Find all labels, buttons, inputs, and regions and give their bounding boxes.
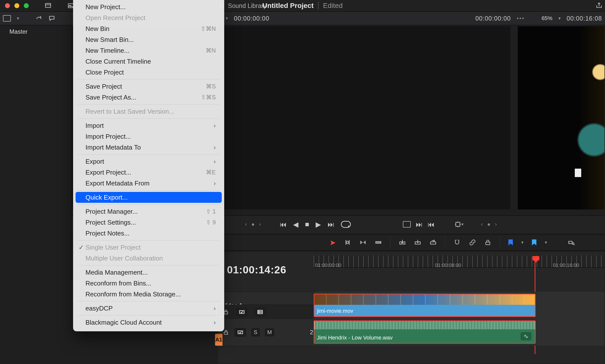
audio-track-header[interactable]: S M 2.0 bbox=[218, 318, 323, 346]
menu-item[interactable]: Media Management... bbox=[76, 267, 222, 278]
menu-item-label: Export bbox=[85, 158, 104, 165]
viewer-mode-dots[interactable]: ‹ ● › bbox=[245, 221, 262, 228]
menu-shortcut: ⇧ 9 bbox=[206, 219, 216, 226]
bin-master-label[interactable]: Master bbox=[9, 28, 28, 35]
chevron-down-icon[interactable]: ▾ bbox=[545, 240, 547, 245]
selection-tool-icon[interactable]: ➤ bbox=[330, 238, 336, 247]
menu-item[interactable]: Blackmagic Cloud Account› bbox=[76, 317, 222, 328]
svg-rect-12 bbox=[431, 242, 436, 244]
svg-rect-7 bbox=[347, 241, 349, 243]
menu-item-label: Blackmagic Cloud Account bbox=[85, 319, 162, 326]
project-title[interactable]: Untitled Project bbox=[262, 2, 314, 10]
menu-item[interactable]: Project Settings...⇧ 9 bbox=[76, 217, 222, 228]
menu-item-label: Import Metadata To bbox=[85, 144, 141, 151]
sound-library-tab[interactable]: Sound Library bbox=[218, 0, 267, 11]
clip-thumbnails bbox=[314, 294, 535, 305]
snapping-icon[interactable] bbox=[454, 239, 461, 246]
flag-icon[interactable] bbox=[508, 239, 513, 245]
menu-item[interactable]: easyDCP› bbox=[76, 303, 222, 314]
separator bbox=[390, 237, 390, 247]
timeline-ruler[interactable]: 01:00:00:00 01:00:08:00 01:00:16:00 bbox=[314, 256, 605, 268]
chevron-down-icon[interactable]: ▾ bbox=[17, 16, 19, 21]
dynamic-trim-icon[interactable] bbox=[359, 239, 366, 246]
menu-item[interactable]: New Bin⇧⌘N bbox=[76, 23, 222, 34]
chevron-down-icon[interactable]: ▾ bbox=[461, 222, 464, 227]
video-clip[interactable]: jimi-movie.mov bbox=[314, 294, 536, 317]
chevron-right-icon: › bbox=[214, 158, 216, 165]
insert-clip-icon[interactable] bbox=[399, 239, 406, 246]
workspace-layout-icon[interactable] bbox=[45, 2, 52, 9]
menu-item[interactable]: Import Project... bbox=[76, 131, 222, 142]
source-timecode: 00:00:00:00 bbox=[234, 15, 269, 22]
marker-icon[interactable] bbox=[532, 239, 536, 245]
position-lock-icon[interactable] bbox=[484, 239, 491, 246]
step-back-button[interactable]: ◀ bbox=[293, 220, 299, 229]
menu-item[interactable]: Quick Export... bbox=[76, 192, 222, 203]
trim-tool-icon[interactable] bbox=[344, 239, 351, 246]
audio-clip[interactable]: Jimi Hendrix - Low Volume.wav ∿ bbox=[314, 320, 536, 344]
traffic-minimize-icon[interactable] bbox=[14, 3, 19, 8]
program-mode-dots[interactable]: ‹ ● › bbox=[481, 221, 498, 228]
audio-track-lane[interactable]: Jimi Hendrix - Low Volume.wav ∿ bbox=[314, 318, 605, 346]
comment-icon[interactable] bbox=[48, 15, 55, 22]
menu-item[interactable]: Import› bbox=[76, 120, 222, 131]
svg-rect-18 bbox=[258, 310, 263, 314]
menu-item[interactable]: New Timeline...⌘N bbox=[76, 45, 222, 56]
play-button[interactable]: ▶ bbox=[316, 220, 321, 229]
share-icon[interactable] bbox=[596, 2, 603, 9]
menu-item[interactable]: Reconform from Bins... bbox=[76, 278, 222, 289]
more-options-icon[interactable]: ••• bbox=[517, 15, 525, 22]
menu-item[interactable]: Reconform from Media Storage... bbox=[76, 289, 222, 300]
first-frame-button[interactable]: ⏮ bbox=[280, 220, 287, 229]
auto-select-icon[interactable] bbox=[234, 328, 246, 337]
overwrite-clip-icon[interactable] bbox=[414, 239, 421, 246]
traffic-fullscreen-icon[interactable] bbox=[24, 3, 29, 8]
menu-item[interactable]: Export› bbox=[76, 156, 222, 167]
link-icon[interactable] bbox=[469, 239, 476, 246]
menu-item[interactable]: Save Project As...⇧⌘S bbox=[76, 92, 222, 103]
chevron-down-icon[interactable]: ▾ bbox=[521, 240, 523, 245]
program-viewer[interactable] bbox=[518, 26, 605, 209]
menu-item[interactable]: New Smart Bin... bbox=[76, 34, 222, 45]
blade-tool-icon[interactable] bbox=[375, 239, 382, 246]
prev-edit-button[interactable]: ⏮ bbox=[428, 220, 435, 229]
mute-button[interactable]: M bbox=[265, 328, 274, 337]
loop-icon[interactable] bbox=[341, 221, 351, 228]
view-mode-icon[interactable] bbox=[3, 15, 11, 22]
zoom-percent[interactable]: 65% bbox=[542, 15, 552, 22]
menu-item[interactable]: New Project... bbox=[76, 1, 222, 12]
menu-item[interactable]: Export Project...⌘E bbox=[76, 167, 222, 178]
transform-icon[interactable] bbox=[454, 221, 461, 228]
menu-item[interactable]: Project Manager...⇧ 1 bbox=[76, 206, 222, 217]
solo-button[interactable]: S bbox=[251, 328, 260, 337]
chevron-down-icon[interactable]: ▾ bbox=[558, 16, 561, 21]
video-enable-icon[interactable] bbox=[254, 308, 266, 316]
chevron-down-icon[interactable]: ▾ bbox=[226, 16, 228, 21]
menu-item[interactable]: Close Project bbox=[76, 67, 222, 78]
traffic-close-icon[interactable] bbox=[5, 3, 10, 8]
menu-item[interactable]: Close Current Timeline bbox=[76, 56, 222, 67]
menu-shortcut: ⌘S bbox=[206, 83, 216, 90]
video-track-lane[interactable]: jimi-movie.mov bbox=[314, 292, 605, 319]
replace-clip-icon[interactable] bbox=[430, 239, 437, 246]
menu-item-label: New Bin bbox=[85, 25, 110, 32]
menu-item[interactable]: Save Project⌘S bbox=[76, 81, 222, 92]
separator bbox=[500, 237, 500, 247]
menu-item[interactable]: Import Metadata To› bbox=[76, 142, 222, 153]
chevron-right-icon: › bbox=[214, 319, 216, 326]
search-range-icon[interactable] bbox=[568, 239, 575, 246]
next-edit-button[interactable]: ⏭ bbox=[416, 220, 423, 229]
timeline-timecode[interactable]: 01:00:14:26 bbox=[227, 264, 286, 276]
annotations-icon[interactable] bbox=[35, 15, 42, 22]
match-frame-icon[interactable] bbox=[403, 221, 411, 228]
clip-curve-icon[interactable]: ∿ bbox=[521, 332, 531, 340]
stop-button[interactable]: ■ bbox=[305, 220, 309, 228]
menu-item-label: Project Notes... bbox=[85, 230, 130, 237]
menu-shortcut: ⇧⌘N bbox=[201, 25, 216, 32]
menu-item[interactable]: Project Notes... bbox=[76, 228, 222, 239]
svg-rect-13 bbox=[486, 242, 490, 245]
last-frame-button[interactable]: ⏭ bbox=[328, 220, 334, 229]
a1-patch-label[interactable]: A1 bbox=[215, 334, 222, 346]
auto-select-icon[interactable] bbox=[236, 308, 248, 316]
menu-item[interactable]: Export Metadata From› bbox=[76, 178, 222, 189]
